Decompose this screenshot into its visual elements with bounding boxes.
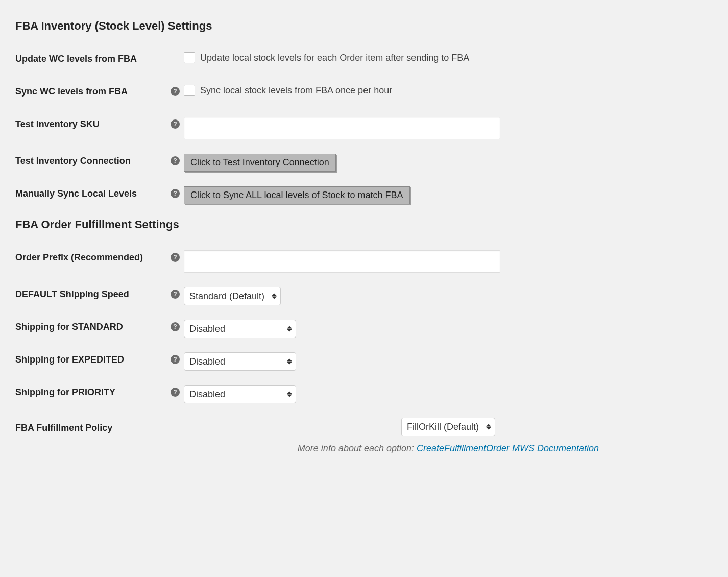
test-sku-label-text: Test Inventory SKU [15, 118, 100, 131]
help-icon[interactable]: ? [171, 189, 180, 198]
test-connection-button[interactable]: Click to Test Inventory Connection [184, 154, 336, 172]
update-wc-checkbox[interactable] [184, 52, 195, 63]
manual-sync-control: Click to Sync ALL local levels of Stock … [184, 184, 713, 204]
shipping-priority-select-wrap: Disabled [184, 385, 296, 403]
help-icon[interactable]: ? [171, 290, 180, 299]
manual-sync-label-text: Manually Sync Local Levels [15, 187, 137, 200]
shipping-expedited-select[interactable]: Disabled [184, 352, 296, 371]
update-wc-label: Update WC levels from FBA [15, 50, 184, 65]
shipping-priority-control: Disabled [184, 383, 713, 403]
shipping-expedited-label-text: Shipping for EXPEDITED [15, 353, 124, 366]
help-icon[interactable]: ? [171, 253, 180, 262]
test-sku-label: Test Inventory SKU ? [15, 115, 184, 131]
shipping-expedited-select-wrap: Disabled [184, 352, 296, 371]
policy-doc-link[interactable]: CreateFulfillmentOrder MWS Documentation [417, 443, 599, 453]
shipping-standard-select-wrap: Disabled [184, 320, 296, 338]
sync-wc-desc: Sync local stock levels from FBA once pe… [200, 84, 392, 97]
order-prefix-label-text: Order Prefix (Recommended) [15, 251, 143, 264]
order-prefix-row: Order Prefix (Recommended) ? [15, 248, 713, 273]
default-speed-select-wrap: Standard (Default) [184, 287, 281, 305]
shipping-expedited-row: Shipping for EXPEDITED ? Disabled [15, 350, 713, 371]
default-speed-label: DEFAULT Shipping Speed ? [15, 285, 184, 301]
test-conn-row: Test Inventory Connection ? Click to Tes… [15, 152, 713, 172]
test-sku-input[interactable] [184, 117, 500, 139]
sync-wc-checkbox[interactable] [184, 85, 195, 96]
default-speed-label-text: DEFAULT Shipping Speed [15, 288, 129, 301]
sync-wc-label-text: Sync WC levels from FBA [15, 85, 128, 98]
update-wc-label-text: Update WC levels from FBA [15, 53, 137, 65]
manual-sync-button[interactable]: Click to Sync ALL local levels of Stock … [184, 186, 410, 204]
sync-wc-label: Sync WC levels from FBA ? [15, 82, 184, 98]
inventory-section-heading: FBA Inventory (Stock Level) Settings [15, 18, 713, 34]
fulfillment-section-heading: FBA Order Fulfillment Settings [15, 217, 713, 233]
update-wc-desc: Update local stock levels for each Order… [200, 52, 469, 64]
shipping-standard-select[interactable]: Disabled [184, 320, 296, 338]
shipping-standard-row: Shipping for STANDARD ? Disabled [15, 318, 713, 338]
help-icon[interactable]: ? [171, 156, 180, 165]
test-conn-label-text: Test Inventory Connection [15, 155, 131, 167]
manual-sync-label: Manually Sync Local Levels ? [15, 184, 184, 200]
shipping-priority-label: Shipping for PRIORITY ? [15, 383, 184, 399]
policy-select[interactable]: FillOrKill (Default) [401, 418, 495, 436]
shipping-standard-label-text: Shipping for STANDARD [15, 321, 123, 333]
default-speed-control: Standard (Default) [184, 285, 713, 305]
order-prefix-input[interactable] [184, 250, 500, 273]
default-speed-select[interactable]: Standard (Default) [184, 287, 281, 305]
help-icon[interactable]: ? [171, 119, 180, 129]
policy-label-text: FBA Fulfillment Policy [15, 422, 112, 435]
help-icon[interactable]: ? [171, 355, 180, 364]
shipping-priority-label-text: Shipping for PRIORITY [15, 386, 115, 399]
update-wc-row: Update WC levels from FBA Update local s… [15, 50, 713, 70]
order-prefix-label: Order Prefix (Recommended) ? [15, 248, 184, 264]
help-icon[interactable]: ? [171, 322, 180, 331]
policy-helper-text: More info about each option: CreateFulfi… [298, 442, 599, 455]
order-prefix-control [184, 248, 713, 273]
shipping-expedited-control: Disabled [184, 350, 713, 371]
policy-helper-prefix: More info about each option: [298, 443, 417, 453]
help-icon[interactable]: ? [171, 388, 180, 397]
help-icon[interactable]: ? [171, 87, 180, 96]
policy-row: FBA Fulfillment Policy FillOrKill (Defau… [15, 416, 713, 455]
shipping-standard-control: Disabled [184, 318, 713, 338]
shipping-priority-select[interactable]: Disabled [184, 385, 296, 403]
manual-sync-row: Manually Sync Local Levels ? Click to Sy… [15, 184, 713, 205]
shipping-expedited-label: Shipping for EXPEDITED ? [15, 350, 184, 366]
test-conn-label: Test Inventory Connection ? [15, 152, 184, 167]
sync-wc-control: Sync local stock levels from FBA once pe… [184, 82, 713, 97]
test-sku-control [184, 115, 713, 139]
sync-wc-row: Sync WC levels from FBA ? Sync local sto… [15, 82, 713, 103]
default-speed-row: DEFAULT Shipping Speed ? Standard (Defau… [15, 285, 713, 305]
policy-label: FBA Fulfillment Policy [15, 416, 184, 435]
policy-control: FillOrKill (Default) More info about eac… [184, 416, 713, 455]
shipping-priority-row: Shipping for PRIORITY ? Disabled [15, 383, 713, 403]
policy-select-wrap: FillOrKill (Default) [401, 418, 495, 436]
update-wc-control: Update local stock levels for each Order… [184, 50, 713, 64]
test-sku-row: Test Inventory SKU ? [15, 115, 713, 139]
test-conn-control: Click to Test Inventory Connection [184, 152, 713, 172]
shipping-standard-label: Shipping for STANDARD ? [15, 318, 184, 333]
